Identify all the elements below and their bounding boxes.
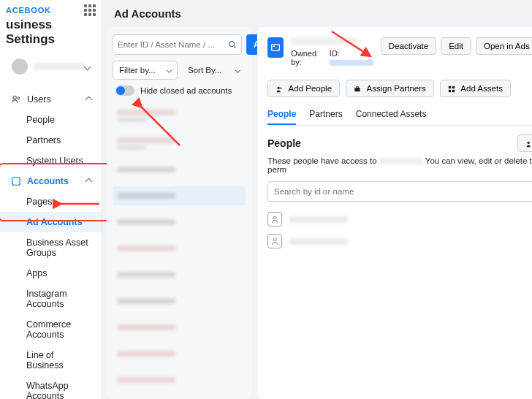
main-title: Ad Accounts <box>102 0 532 27</box>
svg-rect-2 <box>12 178 20 186</box>
tab-connected-assets[interactable]: Connected Assets <box>356 104 427 125</box>
asset-list-item[interactable] <box>113 318 246 337</box>
person-plus-icon <box>525 140 532 148</box>
svg-rect-10 <box>273 45 276 47</box>
asset-list-item[interactable] <box>113 344 246 363</box>
account-id-redacted <box>330 60 373 66</box>
svg-rect-14 <box>356 87 358 88</box>
svg-point-12 <box>278 87 280 89</box>
sidebar: ACEBOOK usiness Settings Users People Pa… <box>0 0 102 399</box>
business-avatar <box>12 58 28 75</box>
svg-rect-15 <box>449 86 451 88</box>
chevron-up-icon <box>86 178 93 185</box>
open-in-ads-manager-button[interactable]: Open in Ads Ma <box>476 37 532 55</box>
search-icon <box>228 40 237 49</box>
person-row[interactable] <box>267 234 532 248</box>
id-label: ID: <box>330 49 340 58</box>
asset-list-item[interactable] <box>113 134 246 153</box>
accounts-icon <box>10 176 21 186</box>
chevron-up-icon <box>86 96 93 103</box>
account-name-redacted-inline <box>379 158 423 164</box>
business-switcher[interactable] <box>4 54 97 79</box>
svg-point-20 <box>273 216 276 219</box>
chevron-down-icon <box>84 63 91 70</box>
svg-rect-9 <box>272 45 280 51</box>
asset-list-item[interactable] <box>113 239 246 258</box>
add-people-button[interactable]: Add People <box>267 80 340 97</box>
business-name-redacted <box>34 63 85 70</box>
svg-point-0 <box>13 96 16 99</box>
svg-line-7 <box>234 46 235 48</box>
svg-point-1 <box>18 97 20 99</box>
people-search-field[interactable] <box>274 187 532 196</box>
asset-search-field[interactable] <box>118 40 225 49</box>
main-area: Ad Accounts Add Filter by... <box>102 0 532 399</box>
facebook-logo: ACEBOOK <box>6 6 51 15</box>
edit-button[interactable]: Edit <box>441 37 471 55</box>
sidebar-item-line-of-business[interactable]: Line of Business <box>0 345 102 376</box>
asset-list-item[interactable] <box>113 265 246 284</box>
person-avatar-icon <box>267 234 282 248</box>
svg-rect-16 <box>452 86 455 88</box>
people-search-input[interactable] <box>267 181 532 202</box>
asset-list-item[interactable] <box>113 160 246 179</box>
owned-by-label: Owned by: <box>291 49 316 66</box>
person-row[interactable] <box>267 212 532 227</box>
asset-search-input[interactable] <box>113 34 242 55</box>
briefcase-icon <box>354 86 361 93</box>
person-plus-icon <box>276 86 283 93</box>
asset-list-item[interactable] <box>113 292 246 311</box>
svg-rect-18 <box>452 90 455 92</box>
people-description: These people have access to You can view… <box>267 156 532 174</box>
asset-list-item[interactable] <box>113 370 246 390</box>
asset-list-item[interactable] <box>113 213 246 232</box>
sidebar-item-people[interactable]: People <box>0 110 102 130</box>
sidebar-item-system-users[interactable]: System Users <box>0 151 102 171</box>
sidebar-item-pages[interactable]: Pages <box>0 191 102 212</box>
asset-list-item-selected[interactable] <box>113 186 246 205</box>
hide-closed-label: Hide closed ad accounts <box>140 86 232 95</box>
filter-dropdown[interactable]: Filter by... <box>113 61 178 80</box>
sidebar-item-whatsapp-accounts[interactable]: WhatsApp Accounts <box>0 376 102 399</box>
assign-partners-label: Assign Partners <box>367 84 426 93</box>
sidebar-item-ad-accounts[interactable]: Ad Accounts <box>0 212 102 232</box>
tab-partners[interactable]: Partners <box>309 104 342 125</box>
assign-partners-button[interactable]: Assign Partners <box>346 80 434 97</box>
hide-closed-toggle[interactable] <box>115 86 134 96</box>
sidebar-section-users[interactable]: Users <box>0 89 102 110</box>
svg-point-19 <box>527 142 529 144</box>
sidebar-section-accounts[interactable]: Accounts <box>0 171 102 191</box>
asset-list-item[interactable] <box>113 104 246 126</box>
person-name-redacted <box>289 238 348 245</box>
caret-down-icon <box>167 67 172 72</box>
sidebar-item-business-asset-groups[interactable]: Business Asset Groups <box>0 232 102 263</box>
add-person-button[interactable]: A <box>517 134 532 152</box>
sidebar-item-apps[interactable]: Apps <box>0 263 102 284</box>
add-assets-button[interactable]: Add Assets <box>440 80 511 97</box>
svg-rect-13 <box>354 88 360 91</box>
detail-tabs: People Partners Connected Assets <box>267 104 532 126</box>
sidebar-section-label: Accounts <box>27 176 69 186</box>
svg-point-6 <box>229 42 235 47</box>
svg-rect-17 <box>449 90 451 92</box>
sidebar-item-commerce-accounts[interactable]: Commerce Accounts <box>0 314 102 345</box>
people-heading: People <box>267 137 301 149</box>
apps-grid-icon[interactable] <box>84 4 96 16</box>
users-icon <box>10 94 21 104</box>
tab-people[interactable]: People <box>267 104 296 125</box>
sort-label: Sort By... <box>188 66 221 75</box>
sidebar-item-partners[interactable]: Partners <box>0 130 102 151</box>
caret-down-icon <box>235 67 240 72</box>
add-people-label: Add People <box>289 84 332 93</box>
svg-point-21 <box>273 238 276 241</box>
sort-dropdown[interactable]: Sort By... <box>182 61 246 80</box>
asset-list-column: Add Filter by... Sort By... Hide closed … <box>107 27 251 399</box>
filter-label: Filter by... <box>119 66 156 75</box>
asset-detail-column: Owned by: ID: Deactivate Edit Open in Ad… <box>257 27 532 399</box>
add-assets-label: Add Assets <box>460 84 503 93</box>
person-avatar-icon <box>267 212 282 227</box>
sidebar-section-label: Users <box>27 94 51 104</box>
assets-icon <box>448 86 455 93</box>
sidebar-item-instagram-accounts[interactable]: Instagram Accounts <box>0 284 102 314</box>
deactivate-button[interactable]: Deactivate <box>381 37 436 55</box>
